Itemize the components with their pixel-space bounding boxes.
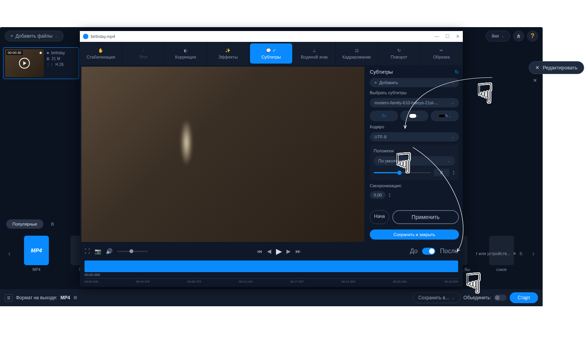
codec-icon: ⋮⋮ — [46, 62, 54, 67]
carousel-next[interactable]: › — [529, 242, 538, 265]
tab-audio[interactable]: ♪Звук — [122, 42, 164, 65]
tab-stabilization[interactable]: ✋Стабилизация — [80, 42, 122, 65]
position-offset[interactable]: 0 — [434, 169, 449, 176]
pen-icon: ✎ — [445, 114, 448, 118]
save-to-button[interactable]: Сохранить в...⌄ — [412, 292, 460, 303]
snapshot-icon[interactable]: 📷 — [95, 248, 101, 254]
format-label: сокое — [497, 267, 507, 272]
fill-color-button[interactable]: ⌄ — [400, 110, 429, 121]
file-icon: 🗎 — [46, 57, 50, 61]
close-button[interactable]: ✕ — [456, 34, 460, 39]
play-icon[interactable]: ▶ — [276, 247, 282, 256]
gear-icon[interactable]: ⚙ — [73, 295, 78, 300]
star-icon: ★ — [39, 50, 43, 55]
merge-label: Объединить: — [464, 295, 491, 300]
prev-clip-icon[interactable]: ⏮ — [257, 248, 262, 254]
before-after-toggle[interactable] — [422, 248, 435, 255]
stepper-up[interactable]: ▲ — [452, 170, 455, 173]
stepper-down[interactable]: ▼ — [452, 173, 455, 175]
color-swatch — [409, 114, 416, 118]
tab-trim[interactable]: ✂Обрезка — [421, 42, 463, 65]
position-slider[interactable] — [374, 172, 431, 173]
edit-button[interactable]: ✕ Редактировать — [529, 61, 584, 74]
stepper-up[interactable]: ▲ — [388, 192, 391, 195]
tab-correction[interactable]: ◐Коррекция — [165, 42, 207, 65]
media-item[interactable]: 00:00:30 ★ ★birthday 🗎21 M ⋮⋮H.26 — [3, 47, 79, 79]
step-back-icon[interactable]: ◀ — [267, 248, 271, 254]
tab-subtitles[interactable]: 💬 ✓Субтитры — [250, 43, 292, 64]
close-panel-button[interactable]: ✕ — [533, 78, 537, 83]
tab-video[interactable]: В — [45, 219, 60, 229]
tab-watermark[interactable]: ⊥Водяной знак — [293, 42, 336, 65]
tab-popular[interactable]: Популярные — [6, 219, 43, 229]
settings-dropdown[interactable]: йки ⌄ — [486, 31, 510, 41]
edit-label: Редактировать — [543, 65, 578, 71]
chevron-down-icon: ⌄ — [451, 101, 454, 105]
merge-toggle[interactable] — [494, 295, 507, 301]
position-value: По умолчанию — [378, 159, 407, 163]
encoding-label: Кодиро — [370, 124, 459, 129]
maximize-button[interactable]: ☐ — [445, 34, 450, 39]
tab-effects[interactable]: ✨Эффекты — [207, 42, 249, 65]
media-meta: ★birthday 🗎21 M ⋮⋮H.26 — [46, 49, 65, 77]
media-thumbnail[interactable]: 00:00:30 ★ — [5, 49, 44, 77]
timeline-clip[interactable] — [84, 260, 458, 272]
list-icon[interactable]: ☰ — [5, 294, 13, 302]
player-controls: ⛶ 📷 🔊 ⏮ ◀ ▶ ▶ ⏭ До После — [80, 243, 463, 259]
video-preview[interactable] — [81, 67, 364, 242]
tick: 00:26.260 — [393, 280, 407, 286]
volume-icon[interactable]: 🔊 — [106, 248, 112, 254]
volume-slider[interactable] — [117, 251, 148, 252]
contrast-icon: ◐ — [184, 48, 188, 53]
tab-crop[interactable]: ⊡Кадрирование — [336, 42, 378, 65]
stepper-down[interactable]: ▼ — [388, 195, 391, 198]
device-search-text: т или устройств... ✕ ⎘ — [476, 251, 522, 256]
subtitle-file: modern-family-610-haleys-21st-... — [374, 100, 438, 105]
carousel-prev[interactable]: ‹ — [5, 242, 14, 265]
color-swatch — [438, 114, 445, 118]
share-button[interactable]: ⋔ — [513, 31, 524, 41]
before-label: До — [410, 248, 417, 255]
clock-icon[interactable]: ↻ — [455, 69, 459, 75]
app-icon — [83, 34, 88, 39]
begin-button[interactable]: Нача — [370, 210, 389, 224]
help-icon: ? — [531, 33, 535, 40]
outline-color-button[interactable]: ✎⌄ — [431, 110, 459, 121]
fullscreen-icon[interactable]: ⛶ — [84, 248, 90, 254]
tab-label: Стабилизация — [86, 55, 115, 59]
apply-button[interactable]: Применить — [392, 210, 459, 224]
tab-rotate[interactable]: ↻Поворот — [378, 42, 420, 65]
add-files-button[interactable]: + Добавить файлы ⌄ — [5, 31, 64, 41]
add-subtitle-button[interactable]: +Добавить⌄ — [370, 78, 459, 87]
subtitle-file-dropdown[interactable]: modern-family-610-haleys-21st-...⌄ — [370, 98, 459, 107]
timeline[interactable]: 00:00.000 00:00.000 00:04.376 00:08.753 … — [80, 259, 463, 287]
start-button[interactable]: Старт — [510, 292, 538, 303]
chevron-down-icon: ⌄ — [55, 34, 58, 38]
output-format: MP4 — [60, 295, 70, 300]
wand-icon: ✨ — [225, 48, 231, 53]
next-clip-icon[interactable]: ⏭ — [295, 248, 301, 254]
media-size: 21 M — [52, 57, 60, 61]
mp4-icon: MP4 — [24, 236, 49, 265]
step-fwd-icon[interactable]: ▶ — [286, 248, 291, 254]
add-label: Добавить — [379, 80, 398, 85]
help-button[interactable]: ? — [527, 31, 538, 41]
crop-icon: ⊡ — [355, 48, 359, 53]
position-dropdown[interactable]: По умолчанию⌄ — [374, 156, 455, 166]
high-icon — [489, 236, 514, 265]
format-label: MP4 — [33, 267, 41, 272]
sync-value[interactable]: 0,00 — [370, 191, 386, 199]
minimize-button[interactable]: ― — [435, 34, 439, 39]
format-mp4[interactable]: MP4MP4 — [17, 236, 56, 272]
tab-label: Водяной знак — [301, 55, 328, 59]
save-to-label: Сохранить в... — [418, 295, 449, 300]
tick: 00:04.376 — [136, 280, 150, 286]
save-close-button[interactable]: Сохранить и закрыть — [370, 229, 459, 240]
star-icon: ★ — [46, 51, 50, 55]
font-button[interactable]: Tт — [370, 110, 398, 121]
editor-window: birthday.mp4 ― ☐ ✕ ✋Стабилизация ♪Звук ◐… — [80, 31, 463, 287]
editor-tabs: ✋Стабилизация ♪Звук ◐Коррекция ✨Эффекты … — [80, 42, 463, 65]
add-files-label: Добавить файлы — [16, 33, 52, 39]
encoding-dropdown[interactable]: UTF-8⌄ — [370, 132, 459, 141]
chevron-down-icon: ⌄ — [501, 34, 504, 38]
